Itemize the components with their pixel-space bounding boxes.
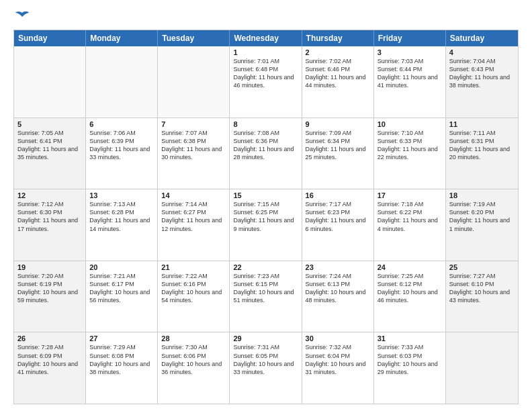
cell-sun-info: Sunrise: 7:12 AM Sunset: 6:30 PM Dayligh… (17, 200, 82, 233)
day-number: 3 (378, 48, 442, 56)
calendar-cell-29: 29Sunrise: 7:31 AM Sunset: 6:05 PM Dayli… (230, 332, 302, 404)
day-number: 24 (378, 263, 442, 271)
header-day-friday: Friday (374, 30, 446, 46)
calendar-cell-14: 14Sunrise: 7:14 AM Sunset: 6:27 PM Dayli… (158, 189, 230, 261)
header (13, 11, 519, 23)
cell-sun-info: Sunrise: 7:24 AM Sunset: 6:13 PM Dayligh… (306, 272, 370, 305)
calendar-cell-31: 31Sunrise: 7:33 AM Sunset: 6:03 PM Dayli… (374, 332, 446, 404)
calendar-cell-20: 20Sunrise: 7:21 AM Sunset: 6:17 PM Dayli… (86, 261, 158, 332)
day-number: 23 (306, 263, 370, 271)
cell-sun-info: Sunrise: 7:22 AM Sunset: 6:16 PM Dayligh… (161, 272, 226, 305)
day-number: 29 (233, 334, 298, 342)
calendar-body: 1Sunrise: 7:01 AM Sunset: 6:48 PM Daylig… (14, 46, 518, 404)
day-number: 2 (306, 48, 370, 56)
day-number: 19 (17, 263, 82, 271)
day-number: 4 (449, 48, 515, 56)
day-number: 9 (306, 120, 370, 128)
calendar-cell-12: 12Sunrise: 7:12 AM Sunset: 6:30 PM Dayli… (14, 189, 86, 261)
cell-sun-info: Sunrise: 7:07 AM Sunset: 6:38 PM Dayligh… (161, 129, 226, 162)
cell-sun-info: Sunrise: 7:09 AM Sunset: 6:34 PM Dayligh… (306, 129, 370, 162)
day-number: 20 (89, 263, 154, 271)
cell-sun-info: Sunrise: 7:14 AM Sunset: 6:27 PM Dayligh… (161, 200, 226, 233)
day-number: 31 (378, 334, 442, 342)
day-number: 14 (161, 191, 226, 199)
calendar-cell-25: 25Sunrise: 7:27 AM Sunset: 6:10 PM Dayli… (446, 261, 518, 332)
calendar-row-2: 12Sunrise: 7:12 AM Sunset: 6:30 PM Dayli… (14, 189, 518, 261)
cell-sun-info: Sunrise: 7:04 AM Sunset: 6:43 PM Dayligh… (449, 57, 515, 90)
calendar-cell-17: 17Sunrise: 7:18 AM Sunset: 6:22 PM Dayli… (374, 189, 446, 261)
cell-sun-info: Sunrise: 7:13 AM Sunset: 6:28 PM Dayligh… (89, 200, 154, 233)
calendar: SundayMondayTuesdayWednesdayThursdayFrid… (13, 30, 519, 404)
cell-sun-info: Sunrise: 7:23 AM Sunset: 6:15 PM Dayligh… (233, 272, 298, 305)
calendar-cell-8: 8Sunrise: 7:08 AM Sunset: 6:36 PM Daylig… (230, 118, 302, 189)
day-number: 6 (89, 120, 154, 128)
day-number: 22 (233, 263, 298, 271)
cell-sun-info: Sunrise: 7:28 AM Sunset: 6:09 PM Dayligh… (17, 343, 82, 376)
cell-sun-info: Sunrise: 7:18 AM Sunset: 6:22 PM Dayligh… (378, 200, 442, 233)
header-day-wednesday: Wednesday (230, 30, 302, 46)
calendar-cell-11: 11Sunrise: 7:11 AM Sunset: 6:31 PM Dayli… (446, 118, 518, 189)
day-number: 21 (161, 263, 226, 271)
cell-sun-info: Sunrise: 7:15 AM Sunset: 6:25 PM Dayligh… (233, 200, 298, 233)
calendar-cell-empty-0-2 (158, 46, 230, 118)
cell-sun-info: Sunrise: 7:10 AM Sunset: 6:33 PM Dayligh… (378, 129, 442, 162)
calendar-cell-23: 23Sunrise: 7:24 AM Sunset: 6:13 PM Dayli… (302, 261, 374, 332)
header-day-tuesday: Tuesday (158, 30, 230, 46)
calendar-cell-1: 1Sunrise: 7:01 AM Sunset: 6:48 PM Daylig… (230, 46, 302, 118)
calendar-cell-16: 16Sunrise: 7:17 AM Sunset: 6:23 PM Dayli… (302, 189, 374, 261)
day-number: 30 (306, 334, 370, 342)
day-number: 8 (233, 120, 298, 128)
calendar-cell-30: 30Sunrise: 7:32 AM Sunset: 6:04 PM Dayli… (302, 332, 374, 404)
calendar-row-4: 26Sunrise: 7:28 AM Sunset: 6:09 PM Dayli… (14, 332, 518, 404)
day-number: 13 (89, 191, 154, 199)
calendar-cell-18: 18Sunrise: 7:19 AM Sunset: 6:20 PM Dayli… (446, 189, 518, 261)
page: SundayMondayTuesdayWednesdayThursdayFrid… (0, 0, 532, 411)
calendar-cell-empty-4-6 (446, 332, 518, 404)
cell-sun-info: Sunrise: 7:06 AM Sunset: 6:39 PM Dayligh… (89, 129, 154, 162)
calendar-cell-9: 9Sunrise: 7:09 AM Sunset: 6:34 PM Daylig… (302, 118, 374, 189)
calendar-cell-19: 19Sunrise: 7:20 AM Sunset: 6:19 PM Dayli… (14, 261, 86, 332)
day-number: 1 (233, 48, 298, 56)
day-number: 7 (161, 120, 226, 128)
day-number: 28 (161, 334, 226, 342)
logo-bird-icon (15, 11, 30, 23)
calendar-cell-6: 6Sunrise: 7:06 AM Sunset: 6:39 PM Daylig… (86, 118, 158, 189)
calendar-cell-22: 22Sunrise: 7:23 AM Sunset: 6:15 PM Dayli… (230, 261, 302, 332)
header-day-saturday: Saturday (446, 30, 518, 46)
calendar-cell-empty-0-0 (14, 46, 86, 118)
cell-sun-info: Sunrise: 7:21 AM Sunset: 6:17 PM Dayligh… (89, 272, 154, 305)
cell-sun-info: Sunrise: 7:01 AM Sunset: 6:48 PM Dayligh… (233, 57, 298, 90)
day-number: 10 (378, 120, 442, 128)
cell-sun-info: Sunrise: 7:30 AM Sunset: 6:06 PM Dayligh… (161, 343, 226, 376)
cell-sun-info: Sunrise: 7:19 AM Sunset: 6:20 PM Dayligh… (449, 200, 515, 233)
cell-sun-info: Sunrise: 7:05 AM Sunset: 6:41 PM Dayligh… (17, 129, 82, 162)
calendar-cell-21: 21Sunrise: 7:22 AM Sunset: 6:16 PM Dayli… (158, 261, 230, 332)
calendar-cell-7: 7Sunrise: 7:07 AM Sunset: 6:38 PM Daylig… (158, 118, 230, 189)
calendar-cell-26: 26Sunrise: 7:28 AM Sunset: 6:09 PM Dayli… (14, 332, 86, 404)
cell-sun-info: Sunrise: 7:29 AM Sunset: 6:08 PM Dayligh… (89, 343, 154, 376)
logo (13, 11, 30, 23)
calendar-cell-10: 10Sunrise: 7:10 AM Sunset: 6:33 PM Dayli… (374, 118, 446, 189)
calendar-row-3: 19Sunrise: 7:20 AM Sunset: 6:19 PM Dayli… (14, 261, 518, 332)
calendar-cell-28: 28Sunrise: 7:30 AM Sunset: 6:06 PM Dayli… (158, 332, 230, 404)
cell-sun-info: Sunrise: 7:25 AM Sunset: 6:12 PM Dayligh… (378, 272, 442, 305)
calendar-cell-4: 4Sunrise: 7:04 AM Sunset: 6:43 PM Daylig… (446, 46, 518, 118)
cell-sun-info: Sunrise: 7:32 AM Sunset: 6:04 PM Dayligh… (306, 343, 370, 376)
day-number: 26 (17, 334, 82, 342)
header-day-monday: Monday (86, 30, 158, 46)
calendar-row-1: 5Sunrise: 7:05 AM Sunset: 6:41 PM Daylig… (14, 118, 518, 189)
day-number: 16 (306, 191, 370, 199)
day-number: 25 (449, 263, 515, 271)
calendar-cell-5: 5Sunrise: 7:05 AM Sunset: 6:41 PM Daylig… (14, 118, 86, 189)
cell-sun-info: Sunrise: 7:27 AM Sunset: 6:10 PM Dayligh… (449, 272, 515, 305)
day-number: 12 (17, 191, 82, 199)
day-number: 5 (17, 120, 82, 128)
calendar-cell-13: 13Sunrise: 7:13 AM Sunset: 6:28 PM Dayli… (86, 189, 158, 261)
cell-sun-info: Sunrise: 7:03 AM Sunset: 6:44 PM Dayligh… (378, 57, 442, 90)
day-number: 27 (89, 334, 154, 342)
calendar-cell-24: 24Sunrise: 7:25 AM Sunset: 6:12 PM Dayli… (374, 261, 446, 332)
cell-sun-info: Sunrise: 7:17 AM Sunset: 6:23 PM Dayligh… (306, 200, 370, 233)
cell-sun-info: Sunrise: 7:02 AM Sunset: 6:46 PM Dayligh… (306, 57, 370, 90)
day-number: 11 (449, 120, 515, 128)
header-day-thursday: Thursday (302, 30, 374, 46)
